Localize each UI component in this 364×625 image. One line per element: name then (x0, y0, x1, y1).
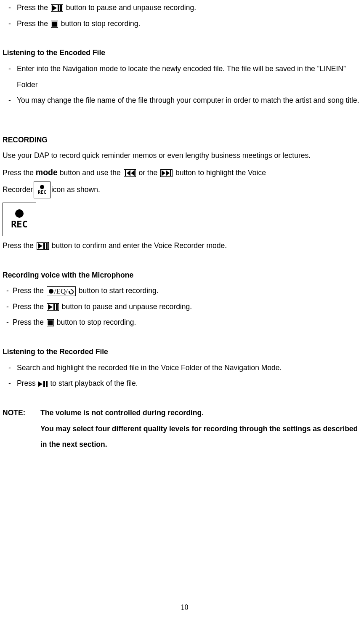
text: Press (17, 379, 38, 387)
bullet: - (3, 61, 17, 77)
text: Press the (13, 302, 46, 311)
note-line: You may select four different quality le… (40, 421, 361, 453)
text: button to stop recording. (61, 19, 141, 28)
heading-recording: RECORDING (3, 132, 361, 148)
list-item: - Press the button to stop recording. (3, 315, 361, 331)
play-pause-icon (37, 242, 49, 250)
rec-label: REC (11, 220, 28, 229)
recording-line2: Press the mode button and use the or the… (3, 164, 361, 182)
list-item: - Press the /EQ/ button to start recordi… (3, 283, 361, 299)
bullet: - (3, 299, 13, 315)
bullet: - (3, 0, 17, 16)
list-item-body: Press the button to pause and unpause re… (17, 0, 361, 16)
record-dot-icon (49, 289, 53, 294)
record-dot-icon (15, 209, 24, 218)
text: button to highlight the Voice (175, 168, 266, 177)
next-icon (160, 169, 173, 177)
list-item-body: Press the /EQ/ button to start recording… (13, 283, 361, 299)
list-item: - Press the button to stop recording. (3, 16, 361, 32)
mode-button-label: mode (36, 168, 58, 177)
text: button to pause and unpause recording. (66, 3, 196, 12)
play-pause-icon (38, 381, 48, 387)
text: to start playback of the file. (50, 379, 138, 387)
note-line: The volume is not controlled during reco… (40, 405, 361, 421)
bullet: - (3, 360, 17, 376)
list-item-body: Press the button to pause and unpause re… (13, 299, 361, 315)
heading-recording-mic: Recording voice with the Microphone (3, 267, 361, 283)
bullet: - (3, 16, 17, 32)
top-list: - Press the button to pause and unpause … (3, 0, 361, 32)
heading-listening-recorded: Listening to the Recorded File (3, 344, 361, 360)
list-item-body: Press the button to stop recording. (17, 16, 361, 32)
note-block: NOTE: The volume is not controlled durin… (3, 405, 361, 453)
rec-icon-large: REC (3, 203, 36, 236)
bullet: - (3, 93, 17, 109)
record-dot-icon (40, 185, 44, 189)
text: button to stop recording. (57, 318, 136, 326)
rec-icon: REC (34, 182, 50, 198)
recording-confirm: Press the button to confirm and enter th… (3, 238, 361, 254)
previous-icon (124, 169, 136, 177)
list-item-body: Press to start playback of the file. (17, 376, 361, 392)
list-item: - Enter into the Navigation mode to loca… (3, 61, 361, 93)
document-page: - Press the button to pause and unpause … (0, 0, 364, 625)
note-body: The volume is not controlled during reco… (40, 405, 361, 453)
page-number: 10 (3, 599, 364, 616)
encoded-list: - Enter into the Navigation mode to loca… (3, 61, 361, 109)
text: Press the (3, 241, 36, 250)
stop-icon (51, 21, 58, 28)
list-item: - You may change the file name of the fi… (3, 93, 361, 109)
undo-icon (68, 288, 74, 294)
text: button to pause and unpause recording. (62, 302, 192, 311)
stop-icon (47, 319, 54, 326)
text: Enter into the Navigation mode to locate… (17, 61, 361, 93)
text: button to confirm and enter the Voice Re… (52, 241, 227, 250)
text: Press the (17, 3, 50, 12)
text: button to start recording. (79, 286, 159, 295)
text: icon as shown. (51, 182, 100, 198)
list-item: - Press the button to pause and unpause … (3, 299, 361, 315)
text: Press the (3, 168, 36, 177)
list-item: - Press to start playback of the file. (3, 376, 361, 392)
recorded-list: - Search and highlight the recorded file… (3, 360, 361, 392)
recording-intro: Use your DAP to record quick reminder me… (3, 148, 361, 164)
text: Press the (17, 19, 50, 28)
rec-label: REC (38, 190, 46, 195)
recording-line3: Recorder REC icon as shown. (3, 182, 361, 198)
note-label: NOTE: (3, 405, 40, 453)
mic-list: - Press the /EQ/ button to start recordi… (3, 283, 361, 331)
text: button and use the (60, 168, 123, 177)
text: or the (138, 168, 159, 177)
bullet: - (3, 283, 13, 299)
bullet: - (3, 376, 17, 392)
eq-button-icon: /EQ/ (47, 286, 76, 296)
text: Search and highlight the recorded file i… (17, 360, 361, 376)
text: Press the (13, 318, 46, 326)
text: Press the (13, 286, 46, 295)
list-item: - Search and highlight the recorded file… (3, 360, 361, 376)
list-item: - Press the button to pause and unpause … (3, 0, 361, 16)
play-pause-icon (47, 303, 59, 311)
text: Recorder (3, 182, 33, 198)
list-item-body: Press the button to stop recording. (13, 315, 361, 331)
eq-text: /EQ/ (54, 288, 68, 295)
heading-listening-encoded: Listening to the Encoded File (3, 45, 361, 61)
play-pause-icon (51, 4, 63, 12)
bullet: - (3, 315, 13, 331)
text: You may change the file name of the file… (17, 93, 361, 109)
